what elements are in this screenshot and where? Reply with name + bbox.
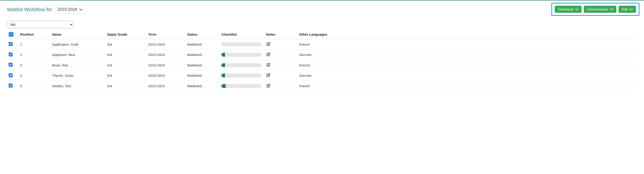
cell-position: 3: [18, 60, 50, 71]
edit-label: Edit: [622, 7, 628, 11]
cell-checklist: [220, 81, 264, 91]
checklist-progress-fill: [222, 84, 226, 88]
select-all-checkbox[interactable]: [9, 32, 14, 37]
chevron-down-icon: [575, 8, 578, 11]
download-label: Download: [558, 7, 573, 11]
edit-note-icon[interactable]: [266, 52, 270, 57]
cell-term: 2023-2024: [146, 49, 185, 60]
cell-status: Waitlisted: [185, 70, 220, 81]
row-checkbox[interactable]: [9, 42, 12, 46]
checklist-progress-fill: [222, 63, 225, 67]
cell-term: 2023-2024: [146, 60, 185, 71]
header-position: Position: [18, 30, 50, 39]
cell-checklist: [220, 39, 264, 50]
table-row: 4Thyme, Justin3rd2023-2024WaitlistedGerm…: [7, 70, 637, 81]
cell-notes: [264, 39, 297, 50]
checklist-progress-fill: [222, 74, 225, 77]
communicate-button[interactable]: Communicate: [584, 6, 616, 13]
row-checkbox[interactable]: [9, 73, 12, 77]
table-row: 5Waitlist, Test3rd2023-2024WaitlistedFre…: [7, 81, 637, 91]
cell-status: Waitlisted: [185, 60, 220, 71]
cell-position: 2: [18, 49, 50, 60]
year-select-value: 2023-2024: [58, 7, 77, 12]
cell-name: Waitlist, Test: [50, 81, 105, 91]
action-button-group: Download Communicate Edit: [552, 3, 640, 16]
download-button[interactable]: Download: [555, 6, 582, 13]
chevron-down-icon: [630, 8, 633, 11]
year-select[interactable]: 2023-2024: [54, 5, 86, 14]
waitlist-table: Position Name Apply Grade Term Status Ch…: [7, 30, 637, 91]
cell-notes: [264, 60, 297, 71]
cell-apply-grade: 3rd: [105, 81, 146, 91]
edit-note-icon[interactable]: [266, 63, 270, 67]
cell-position: 1: [18, 39, 50, 50]
cell-other-languages: German: [297, 70, 637, 81]
checklist-progress: [222, 53, 262, 57]
page-title: Waitlist Workflow for: [7, 7, 52, 12]
header-checklist: Checklist: [220, 30, 264, 39]
cell-checklist: [220, 70, 264, 81]
table-row: 1Application, Draft3rd2023-2024Waitliste…: [7, 39, 637, 50]
chevron-down-icon: [610, 8, 613, 11]
edit-note-icon[interactable]: [266, 42, 270, 46]
cell-notes: [264, 70, 297, 81]
edit-button[interactable]: Edit: [618, 6, 636, 13]
cell-name: Thyme, Justin: [50, 70, 105, 81]
checklist-progress: [222, 84, 262, 88]
header-notes: Notes: [264, 30, 297, 39]
row-checkbox[interactable]: [9, 84, 12, 87]
cell-notes: [264, 49, 297, 60]
cell-notes: [264, 81, 297, 91]
communicate-label: Communicate: [587, 7, 608, 11]
checklist-progress-fill: [222, 53, 225, 57]
table-row: 2Applicant, New3rd2023-2024WaitlistedGer…: [7, 49, 637, 60]
cell-checklist: [220, 60, 264, 71]
cell-other-languages: French: [297, 39, 637, 50]
grade-filter-select[interactable]: 3rd: [7, 21, 73, 28]
cell-term: 2023-2024: [146, 70, 185, 81]
cell-name: Applicant, New: [50, 49, 105, 60]
cell-apply-grade: 3rd: [105, 49, 146, 60]
cell-other-languages: German: [297, 49, 637, 60]
checklist-progress: [222, 74, 262, 77]
cell-status: Waitlisted: [185, 39, 220, 50]
cell-other-languages: French: [297, 60, 637, 71]
header-apply-grade: Apply Grade: [105, 30, 146, 39]
checklist-progress: [222, 42, 262, 46]
cell-other-languages: French: [297, 81, 637, 91]
cell-status: Waitlisted: [185, 49, 220, 60]
header-name: Name: [50, 30, 105, 39]
cell-apply-grade: 3rd: [105, 70, 146, 81]
edit-note-icon[interactable]: [266, 83, 270, 88]
header-status: Status: [185, 30, 220, 39]
cell-term: 2023-2024: [146, 81, 185, 91]
edit-note-icon[interactable]: [266, 73, 270, 78]
cell-checklist: [220, 49, 264, 60]
row-checkbox[interactable]: [9, 63, 12, 67]
cell-term: 2023-2024: [146, 39, 185, 50]
cell-status: Waitlisted: [185, 81, 220, 91]
chevron-down-icon: [79, 8, 82, 11]
cell-name: Book, Rita: [50, 60, 105, 71]
cell-apply-grade: 3rd: [105, 39, 146, 50]
cell-name: Application, Draft: [50, 39, 105, 50]
header-other-languages: Other Languages: [297, 30, 637, 39]
cell-apply-grade: 3rd: [105, 60, 146, 71]
cell-position: 5: [18, 81, 50, 91]
checklist-progress: [222, 63, 262, 67]
row-checkbox[interactable]: [9, 52, 12, 56]
table-row: 3Book, Rita3rd2023-2024WaitlistedFrench: [7, 60, 637, 71]
cell-position: 4: [18, 70, 50, 81]
header-term: Term: [146, 30, 185, 39]
